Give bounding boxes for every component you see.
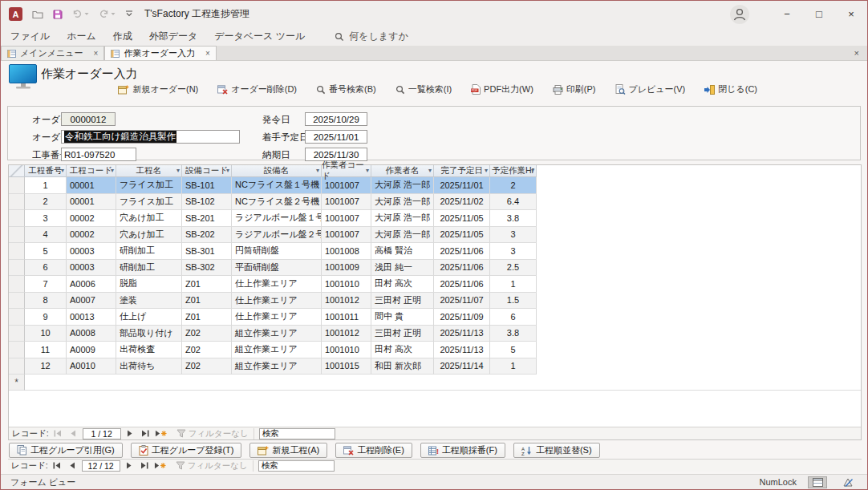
new-record-row[interactable]: * — [9, 375, 861, 391]
table-cell[interactable]: 4 — [25, 227, 67, 244]
table-cell[interactable]: 組立作業エリア — [232, 326, 322, 342]
table-cell[interactable]: SB-301 — [182, 243, 232, 260]
new-order-button[interactable]: 新規オーダー(N) — [118, 83, 198, 95]
table-cell[interactable]: 仕上作業エリア — [232, 309, 322, 326]
table-cell[interactable]: 2 — [490, 177, 537, 194]
select-all-corner[interactable] — [9, 165, 25, 177]
table-cell[interactable]: 6 — [490, 309, 537, 326]
table-cell[interactable]: 研削加工 — [116, 260, 182, 277]
column-filter-arrow-icon[interactable]: ▾ — [316, 168, 319, 174]
row-selector[interactable] — [9, 243, 25, 260]
table-cell[interactable]: 7 — [25, 276, 67, 293]
column-filter-arrow-icon[interactable]: ▾ — [61, 168, 64, 174]
table-cell[interactable]: 1001010 — [322, 276, 371, 293]
column-filter-arrow-icon[interactable]: ▾ — [111, 168, 114, 174]
table-cell[interactable]: 大河原 浩一郎 — [371, 177, 434, 194]
table-cell[interactable]: Z01 — [182, 309, 232, 326]
row-selector[interactable] — [9, 227, 25, 244]
table-cell[interactable]: 三田村 正明 — [371, 326, 434, 342]
menu-create[interactable]: 作成 — [113, 30, 132, 43]
table-cell[interactable]: 穴あけ加工 — [116, 227, 182, 244]
column-filter-arrow-icon[interactable]: ▾ — [531, 168, 534, 174]
tell-me-search[interactable]: 何をしますか — [335, 30, 408, 43]
tab-work-order-entry[interactable]: 作業オーダー入力 × — [104, 46, 216, 60]
issue-date-field[interactable]: 2025/10/29 — [305, 112, 367, 126]
table-cell[interactable]: 塗装 — [116, 293, 182, 310]
table-cell[interactable]: 1001015 — [322, 358, 371, 375]
preview-button[interactable]: プレビュー(V) — [615, 83, 686, 95]
table-cell[interactable]: 00003 — [67, 243, 116, 260]
table-cell[interactable]: 3.8 — [490, 326, 537, 342]
table-cell[interactable]: 穴あけ加工 — [116, 210, 182, 227]
table-cell[interactable]: 組立作業エリア — [232, 358, 322, 375]
table-cell[interactable]: 00002 — [67, 210, 116, 227]
table-cell[interactable]: 6.4 — [490, 194, 537, 211]
access-app-icon[interactable]: A — [9, 7, 22, 21]
prev-record-button[interactable] — [67, 428, 79, 439]
row-selector[interactable] — [9, 276, 25, 293]
table-cell[interactable]: 1 — [25, 177, 67, 194]
first-record-button[interactable] — [51, 460, 63, 471]
table-cell[interactable]: 浅田 純一 — [371, 260, 434, 277]
customize-qat-icon[interactable] — [125, 10, 133, 18]
table-cell[interactable]: 00001 — [67, 194, 116, 211]
table-cell[interactable]: 8 — [25, 293, 67, 310]
table-cell[interactable]: 1001010 — [322, 342, 371, 358]
table-cell[interactable]: 組立作業エリア — [232, 342, 322, 358]
table-cell[interactable]: 5 — [25, 243, 67, 260]
table-cell[interactable]: 5 — [490, 342, 537, 358]
table-cell[interactable]: ラジアルボール盤１号機 — [232, 210, 322, 227]
column-header-8[interactable]: 完了予定日▾ — [434, 165, 490, 177]
number-search-button[interactable]: 番号検索(B) — [316, 83, 376, 95]
table-cell[interactable]: 1 — [490, 358, 537, 375]
table-cell[interactable]: NCフライス盤１号機 — [232, 177, 322, 194]
next-record-button[interactable] — [124, 460, 136, 471]
delete-order-button[interactable]: オーダー削除(D) — [217, 83, 297, 95]
redo-icon[interactable] — [99, 10, 116, 18]
menu-external-data[interactable]: 外部データ — [149, 30, 198, 43]
table-cell[interactable]: A0009 — [67, 342, 116, 358]
form-view-button[interactable] — [808, 476, 827, 488]
delete-process-button[interactable]: 工程削除(E) — [335, 443, 412, 458]
table-cell[interactable]: 田村 高次 — [371, 342, 434, 358]
column-header-4[interactable]: 設備コード▾ — [182, 165, 232, 177]
table-cell[interactable]: SB-101 — [182, 177, 232, 194]
undo-icon[interactable] — [72, 10, 89, 18]
table-cell[interactable]: A0010 — [67, 358, 116, 375]
table-cell[interactable]: 2025/11/06 — [434, 276, 490, 293]
last-record-button[interactable] — [140, 428, 152, 439]
table-cell[interactable]: 1001008 — [322, 243, 371, 260]
design-view-button[interactable] — [838, 476, 858, 488]
table-cell[interactable]: ラジアルボール盤２号機 — [232, 227, 322, 244]
row-selector[interactable] — [9, 177, 25, 194]
column-header-9[interactable]: 予定作業Hr▾ — [490, 165, 537, 177]
table-cell[interactable]: 大河原 浩一郎 — [371, 210, 434, 227]
table-cell[interactable]: 和田 新次郎 — [371, 358, 434, 375]
order-no-field[interactable]: 0000012 — [61, 112, 116, 126]
table-cell[interactable]: 平面研削盤 — [232, 260, 322, 277]
first-record-button[interactable] — [52, 428, 64, 439]
table-cell[interactable]: A0007 — [67, 293, 116, 310]
table-cell[interactable]: 00013 — [67, 309, 116, 326]
table-cell[interactable]: 仕上げ — [116, 309, 182, 326]
filter-status[interactable]: フィルターなし — [176, 428, 254, 439]
account-icon[interactable] — [729, 4, 750, 25]
table-cell[interactable]: 研削加工 — [116, 243, 182, 260]
column-filter-arrow-icon[interactable]: ▾ — [366, 168, 369, 174]
table-cell[interactable]: 1001011 — [322, 309, 371, 326]
table-cell[interactable]: 大河原 浩一郎 — [371, 227, 434, 244]
prev-record-button[interactable] — [67, 460, 79, 471]
table-cell[interactable]: 10 — [25, 326, 67, 342]
table-cell[interactable]: 2025/11/09 — [434, 309, 490, 326]
column-header-2[interactable]: 工程コード▾ — [67, 165, 116, 177]
table-cell[interactable]: 9 — [25, 309, 67, 326]
row-selector[interactable] — [9, 358, 25, 375]
start-date-field[interactable]: 2025/11/01 — [305, 130, 367, 144]
pdf-export-button[interactable]: PDF PDF出力(W) — [471, 83, 533, 95]
table-cell[interactable]: 1001007 — [322, 210, 371, 227]
save-icon[interactable] — [53, 10, 63, 19]
tab-main-menu[interactable]: メインメニュー × — [1, 46, 104, 60]
table-cell[interactable]: Z02 — [182, 358, 232, 375]
tab-close-icon[interactable]: × — [205, 49, 210, 58]
table-cell[interactable]: 12 — [25, 358, 67, 375]
